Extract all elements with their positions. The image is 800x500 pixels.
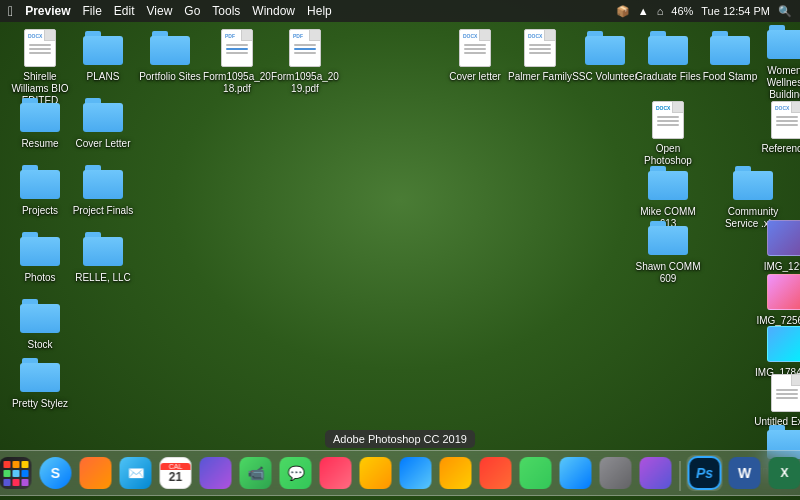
dock: 😊 S (0, 450, 800, 496)
desktop-icon-project-finals[interactable]: Project Finals (68, 162, 138, 217)
dock-item-app5[interactable] (398, 455, 434, 491)
desktop-icon-open-photoshop[interactable]: DOCX Open Photoshop (633, 100, 703, 167)
desktop-icon-graduate-files[interactable]: Graduate Files (633, 28, 703, 83)
menu-clock: Tue 12:54 PM (701, 5, 770, 17)
dock-item-app4[interactable] (358, 455, 394, 491)
dock-item-facetime[interactable]: 📹 (238, 455, 274, 491)
menu-edit[interactable]: Edit (114, 4, 135, 18)
dock-item-calendar[interactable]: CAL 21 (158, 455, 194, 491)
desktop-icon-portfolio-sites[interactable]: Portfolio Sites (135, 28, 205, 83)
desktop-icon-photos[interactable]: Photos (5, 229, 75, 284)
dock-item-app6[interactable] (438, 455, 474, 491)
dock-item-app11[interactable] (638, 455, 674, 491)
app-menu-preview[interactable]: Preview (25, 4, 70, 18)
menu-window[interactable]: Window (252, 4, 295, 18)
apple-menu[interactable]:  (8, 3, 13, 19)
dock-item-safari[interactable]: S (38, 455, 74, 491)
menu-tools[interactable]: Tools (212, 4, 240, 18)
wifi-icon[interactable]: ▲ (638, 5, 649, 17)
desktop-icon-projects[interactable]: Projects (5, 162, 75, 217)
dock-item-app9[interactable] (558, 455, 594, 491)
desktop-icon-relle-llc[interactable]: RELLE, LLC (68, 229, 138, 284)
desktop-icon-img-1299[interactable]: IMG_1299 (752, 218, 800, 273)
desktop-icon-ssc-volunteer[interactable]: SSC Volunteer (570, 28, 640, 83)
dock-item-app1[interactable] (78, 455, 114, 491)
desktop-icon-form1095a-2018[interactable]: PDF Form1095a_2018.pdf (202, 28, 272, 95)
desktop-icon-shawn-comm-609[interactable]: Shawn COMM 609 (633, 218, 703, 285)
desktop-icon-form1095a-2019[interactable]: PDF Form1095a_2019.pdf (270, 28, 340, 95)
dock-item-mail[interactable]: ✉️ (118, 455, 154, 491)
menubar-left:  Preview File Edit View Go Tools Window… (8, 3, 616, 19)
menubar-right: 📦 ▲ ⌂ 46% Tue 12:54 PM 🔍 (616, 5, 792, 18)
desktop:  Preview File Edit View Go Tools Window… (0, 0, 800, 500)
dropbox-icon: 📦 (616, 5, 630, 18)
desktop-icon-plans[interactable]: PLANS (68, 28, 138, 83)
desktop-icon-resume[interactable]: Resume (5, 95, 75, 150)
menu-help[interactable]: Help (307, 4, 332, 18)
menu-view[interactable]: View (147, 4, 173, 18)
dock-item-excel[interactable]: X (767, 455, 801, 491)
dock-item-app2[interactable] (198, 455, 234, 491)
desktop-icon-cover-letter[interactable]: Cover Letter (68, 95, 138, 150)
dock-item-launchpad[interactable] (0, 455, 34, 491)
desktop-icon-palmer-family[interactable]: DOCX Palmer Family (505, 28, 575, 83)
search-icon[interactable]: 🔍 (778, 5, 792, 18)
desktop-icon-pretty-stylez[interactable]: Pretty Stylez (5, 355, 75, 410)
dock-item-app7[interactable] (478, 455, 514, 491)
battery-indicator: 46% (671, 5, 693, 17)
dock-item-photoshop[interactable]: Ps (687, 455, 723, 491)
dock-separator (680, 461, 681, 491)
desktop-icon-cover-letter-r[interactable]: DOCX Cover letter (440, 28, 510, 83)
desktop-icon-references[interactable]: DOCX References (752, 100, 800, 155)
desktop-icon-untitled-export[interactable]: Untitled Export (752, 373, 800, 428)
dock-item-app3[interactable] (318, 455, 354, 491)
menu-file[interactable]: File (83, 4, 102, 18)
dock-item-app8[interactable] (518, 455, 554, 491)
dock-item-messages[interactable]: 💬 (278, 455, 314, 491)
bluetooth-icon[interactable]: ⌂ (657, 5, 664, 17)
dock-item-app10[interactable] (598, 455, 634, 491)
menubar:  Preview File Edit View Go Tools Window… (0, 0, 800, 22)
desktop-icon-stock[interactable]: Stock (5, 296, 75, 351)
desktop-icon-womens-wellness-building[interactable]: Womens Wellness Building (752, 22, 800, 101)
dock-item-word[interactable]: W (727, 455, 763, 491)
menu-go[interactable]: Go (184, 4, 200, 18)
